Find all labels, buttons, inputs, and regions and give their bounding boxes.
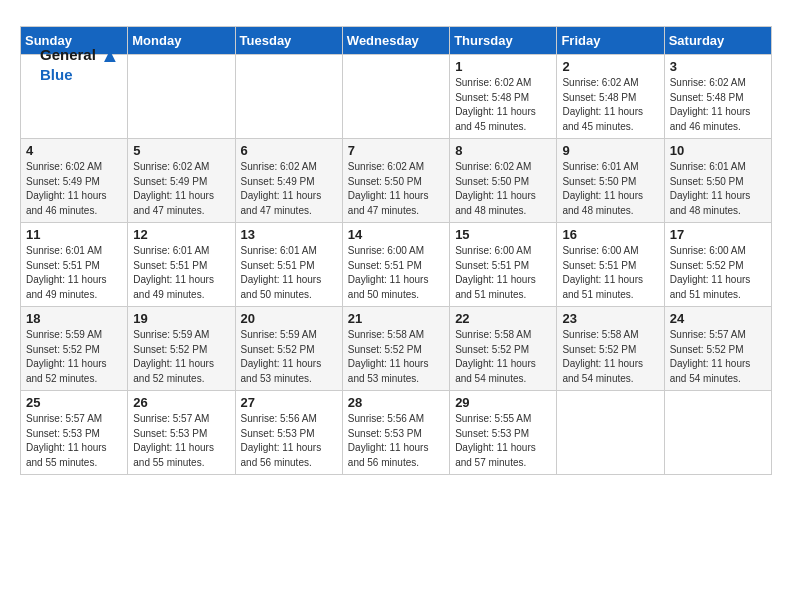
day-info: Sunrise: 6:00 AMSunset: 5:51 PMDaylight:… [455, 244, 551, 302]
day-number: 24 [670, 311, 766, 326]
calendar-cell: 2Sunrise: 6:02 AMSunset: 5:48 PMDaylight… [557, 55, 664, 139]
day-info: Sunrise: 6:02 AMSunset: 5:48 PMDaylight:… [670, 76, 766, 134]
calendar-cell: 9Sunrise: 6:01 AMSunset: 5:50 PMDaylight… [557, 139, 664, 223]
day-number: 29 [455, 395, 551, 410]
calendar-cell: 26Sunrise: 5:57 AMSunset: 5:53 PMDayligh… [128, 391, 235, 475]
day-info: Sunrise: 6:02 AMSunset: 5:50 PMDaylight:… [348, 160, 444, 218]
calendar-cell: 20Sunrise: 5:59 AMSunset: 5:52 PMDayligh… [235, 307, 342, 391]
day-info: Sunrise: 5:55 AMSunset: 5:53 PMDaylight:… [455, 412, 551, 470]
day-number: 28 [348, 395, 444, 410]
dow-header-monday: Monday [128, 27, 235, 55]
logo-general: General [40, 47, 96, 64]
calendar-cell: 23Sunrise: 5:58 AMSunset: 5:52 PMDayligh… [557, 307, 664, 391]
day-number: 18 [26, 311, 122, 326]
day-info: Sunrise: 5:59 AMSunset: 5:52 PMDaylight:… [241, 328, 337, 386]
calendar-cell: 6Sunrise: 6:02 AMSunset: 5:49 PMDaylight… [235, 139, 342, 223]
calendar-cell: 17Sunrise: 6:00 AMSunset: 5:52 PMDayligh… [664, 223, 771, 307]
day-number: 6 [241, 143, 337, 158]
calendar-cell: 19Sunrise: 5:59 AMSunset: 5:52 PMDayligh… [128, 307, 235, 391]
day-info: Sunrise: 5:59 AMSunset: 5:52 PMDaylight:… [133, 328, 229, 386]
day-number: 12 [133, 227, 229, 242]
calendar-cell: 15Sunrise: 6:00 AMSunset: 5:51 PMDayligh… [450, 223, 557, 307]
day-number: 26 [133, 395, 229, 410]
calendar-cell: 21Sunrise: 5:58 AMSunset: 5:52 PMDayligh… [342, 307, 449, 391]
calendar-cell: 7Sunrise: 6:02 AMSunset: 5:50 PMDaylight… [342, 139, 449, 223]
day-number: 13 [241, 227, 337, 242]
day-number: 11 [26, 227, 122, 242]
calendar-cell: 18Sunrise: 5:59 AMSunset: 5:52 PMDayligh… [21, 307, 128, 391]
day-info: Sunrise: 5:58 AMSunset: 5:52 PMDaylight:… [455, 328, 551, 386]
day-info: Sunrise: 5:57 AMSunset: 5:53 PMDaylight:… [26, 412, 122, 470]
day-number: 20 [241, 311, 337, 326]
day-number: 3 [670, 59, 766, 74]
logo-blue: Blue [40, 67, 73, 84]
day-info: Sunrise: 5:59 AMSunset: 5:52 PMDaylight:… [26, 328, 122, 386]
day-number: 9 [562, 143, 658, 158]
logo: General ▲ Blue [40, 44, 120, 84]
day-info: Sunrise: 6:00 AMSunset: 5:51 PMDaylight:… [562, 244, 658, 302]
calendar-cell: 22Sunrise: 5:58 AMSunset: 5:52 PMDayligh… [450, 307, 557, 391]
calendar-cell [235, 55, 342, 139]
day-info: Sunrise: 6:02 AMSunset: 5:49 PMDaylight:… [241, 160, 337, 218]
day-info: Sunrise: 6:02 AMSunset: 5:48 PMDaylight:… [562, 76, 658, 134]
dow-header-saturday: Saturday [664, 27, 771, 55]
calendar-cell: 28Sunrise: 5:56 AMSunset: 5:53 PMDayligh… [342, 391, 449, 475]
day-info: Sunrise: 6:01 AMSunset: 5:51 PMDaylight:… [133, 244, 229, 302]
calendar-cell: 13Sunrise: 6:01 AMSunset: 5:51 PMDayligh… [235, 223, 342, 307]
day-number: 17 [670, 227, 766, 242]
calendar-cell: 25Sunrise: 5:57 AMSunset: 5:53 PMDayligh… [21, 391, 128, 475]
day-number: 14 [348, 227, 444, 242]
calendar-cell: 8Sunrise: 6:02 AMSunset: 5:50 PMDaylight… [450, 139, 557, 223]
calendar-cell: 16Sunrise: 6:00 AMSunset: 5:51 PMDayligh… [557, 223, 664, 307]
day-info: Sunrise: 6:02 AMSunset: 5:50 PMDaylight:… [455, 160, 551, 218]
dow-header-thursday: Thursday [450, 27, 557, 55]
day-info: Sunrise: 6:00 AMSunset: 5:52 PMDaylight:… [670, 244, 766, 302]
calendar-cell: 11Sunrise: 6:01 AMSunset: 5:51 PMDayligh… [21, 223, 128, 307]
calendar-cell: 10Sunrise: 6:01 AMSunset: 5:50 PMDayligh… [664, 139, 771, 223]
calendar-cell: 4Sunrise: 6:02 AMSunset: 5:49 PMDaylight… [21, 139, 128, 223]
day-number: 16 [562, 227, 658, 242]
day-info: Sunrise: 6:01 AMSunset: 5:51 PMDaylight:… [26, 244, 122, 302]
calendar-cell: 1Sunrise: 6:02 AMSunset: 5:48 PMDaylight… [450, 55, 557, 139]
calendar-cell: 3Sunrise: 6:02 AMSunset: 5:48 PMDaylight… [664, 55, 771, 139]
day-number: 5 [133, 143, 229, 158]
day-info: Sunrise: 6:01 AMSunset: 5:51 PMDaylight:… [241, 244, 337, 302]
calendar-cell: 14Sunrise: 6:00 AMSunset: 5:51 PMDayligh… [342, 223, 449, 307]
day-number: 21 [348, 311, 444, 326]
day-number: 22 [455, 311, 551, 326]
calendar-cell [128, 55, 235, 139]
day-info: Sunrise: 5:58 AMSunset: 5:52 PMDaylight:… [348, 328, 444, 386]
calendar-cell: 29Sunrise: 5:55 AMSunset: 5:53 PMDayligh… [450, 391, 557, 475]
day-number: 8 [455, 143, 551, 158]
day-info: Sunrise: 5:56 AMSunset: 5:53 PMDaylight:… [241, 412, 337, 470]
day-number: 23 [562, 311, 658, 326]
day-number: 15 [455, 227, 551, 242]
day-number: 2 [562, 59, 658, 74]
calendar-table: SundayMondayTuesdayWednesdayThursdayFrid… [20, 26, 772, 475]
day-number: 7 [348, 143, 444, 158]
calendar-cell [342, 55, 449, 139]
day-number: 4 [26, 143, 122, 158]
calendar-cell: 27Sunrise: 5:56 AMSunset: 5:53 PMDayligh… [235, 391, 342, 475]
day-number: 25 [26, 395, 122, 410]
dow-header-friday: Friday [557, 27, 664, 55]
day-info: Sunrise: 6:02 AMSunset: 5:49 PMDaylight:… [133, 160, 229, 218]
calendar-cell: 12Sunrise: 6:01 AMSunset: 5:51 PMDayligh… [128, 223, 235, 307]
day-info: Sunrise: 6:00 AMSunset: 5:51 PMDaylight:… [348, 244, 444, 302]
dow-header-wednesday: Wednesday [342, 27, 449, 55]
calendar-cell [664, 391, 771, 475]
dow-header-tuesday: Tuesday [235, 27, 342, 55]
day-number: 19 [133, 311, 229, 326]
day-info: Sunrise: 6:01 AMSunset: 5:50 PMDaylight:… [562, 160, 658, 218]
day-number: 1 [455, 59, 551, 74]
day-number: 10 [670, 143, 766, 158]
calendar-cell: 5Sunrise: 6:02 AMSunset: 5:49 PMDaylight… [128, 139, 235, 223]
day-info: Sunrise: 6:01 AMSunset: 5:50 PMDaylight:… [670, 160, 766, 218]
calendar-cell [557, 391, 664, 475]
day-info: Sunrise: 5:57 AMSunset: 5:52 PMDaylight:… [670, 328, 766, 386]
logo-bird-icon: ▲ [100, 44, 120, 67]
calendar-cell: 24Sunrise: 5:57 AMSunset: 5:52 PMDayligh… [664, 307, 771, 391]
day-info: Sunrise: 5:56 AMSunset: 5:53 PMDaylight:… [348, 412, 444, 470]
day-info: Sunrise: 5:58 AMSunset: 5:52 PMDaylight:… [562, 328, 658, 386]
day-info: Sunrise: 5:57 AMSunset: 5:53 PMDaylight:… [133, 412, 229, 470]
